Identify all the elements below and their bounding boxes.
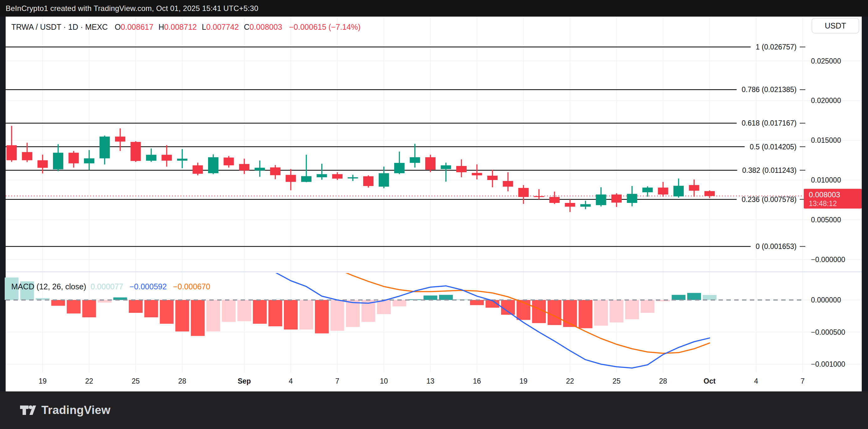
fib-label: 0.618 (0.017167) [742, 119, 797, 127]
candle-body [84, 159, 94, 163]
candle-body [193, 165, 203, 174]
high-value: 0.008712 [164, 23, 197, 31]
time-axis-label: 25 [613, 377, 621, 385]
candle-body [317, 174, 327, 177]
tradingview-logo[interactable]: TradingView [20, 404, 111, 417]
time-axis-label: 7 [801, 377, 805, 385]
time-axis-label: 25 [132, 377, 140, 385]
candle-body [177, 159, 187, 161]
macd-hist-bar [129, 300, 143, 313]
currency-unit-button[interactable]: USDT [812, 18, 859, 34]
candle-body [69, 153, 79, 163]
macd-line [11, 146, 710, 368]
candle-body [146, 155, 156, 161]
candle-body [580, 204, 591, 207]
fib-label: 0 (0.001653) [756, 242, 797, 251]
candle-body [239, 164, 249, 171]
last-price-value: 0.008003 [809, 190, 840, 199]
candle-body [705, 191, 715, 196]
macd-legend[interactable]: MACD (12, 26, close) 0.000077 −0.000592 … [11, 282, 210, 291]
macd-hist-bar [331, 300, 344, 331]
fib-label: 0.236 (0.007578) [742, 195, 797, 203]
candle-body [673, 186, 684, 196]
price-axis-label: 0.005000 [811, 216, 841, 224]
candle-body [689, 185, 700, 191]
macd-title: MACD [11, 282, 34, 291]
low-value: 0.007742 [206, 23, 239, 31]
macd-hist-bar [191, 300, 205, 336]
price-axis-label: 0.015000 [811, 136, 841, 144]
macd-hist-bar [501, 300, 515, 315]
macd-hist-bar [439, 295, 453, 300]
symbol-legend[interactable]: TRWA / USDT · 1D · MEXC O0.008617 H0.008… [11, 23, 360, 32]
watermark-bar: BeInCrypto1 created with TradingView.com… [0, 0, 868, 16]
candle-body [115, 136, 125, 141]
macd-hist-bar [470, 300, 484, 305]
candle-body [379, 173, 389, 187]
candle-body [456, 166, 467, 172]
macd-hist-bar [176, 300, 189, 331]
macd-hist-bar [393, 300, 406, 306]
candle-body [270, 168, 280, 175]
macd-hist-bar [579, 300, 593, 328]
candle-body [627, 194, 638, 203]
macd-hist-bar [641, 300, 655, 313]
macd-axis-label: −0.000500 [811, 328, 845, 336]
tradingview-logo-icon [20, 405, 36, 416]
macd-signal-value: −0.000670 [173, 282, 210, 291]
price-axis-label: −0.000000 [811, 256, 845, 264]
candle-body [534, 196, 544, 197]
macd-params: (12, 26, close) [37, 282, 86, 291]
close-value: 0.008003 [249, 23, 282, 31]
macd-hist-bar [548, 300, 561, 325]
macd-hist-bar [346, 300, 360, 327]
time-axis-label: Oct [704, 377, 716, 385]
time-axis[interactable]: 19222528Sep4710131619222528Oct47 [38, 377, 805, 385]
macd-hist-bar [269, 300, 282, 326]
macd-hist-bar [284, 300, 298, 329]
symbol-title: TRWA / USDT · 1D · MEXC [11, 23, 108, 32]
candle-body [549, 197, 560, 203]
price-axis-label: 0.025000 [811, 57, 841, 65]
macd-hist-bar [610, 300, 624, 323]
price-axis-label: 0.010000 [811, 176, 841, 184]
candle-body [332, 174, 342, 178]
macd-axis-label: 0.000000 [811, 296, 841, 304]
macd-hist-bar [424, 296, 437, 300]
price-axis[interactable]: 0.0250000.0200000.0150000.0100000.005000… [811, 57, 845, 368]
open-value: 0.008617 [121, 23, 153, 31]
candle-body [255, 168, 265, 171]
macd-hist-bar [238, 300, 251, 321]
time-axis-label: 19 [38, 377, 47, 385]
fib-retracement[interactable]: 1 (0.026757)0.786 (0.021385)0.618 (0.017… [6, 43, 805, 251]
last-price-tag: 0.00800313:48:12 [804, 189, 862, 208]
fib-label: 0.5 (0.014205) [749, 143, 797, 151]
time-axis-label: 22 [85, 377, 93, 385]
macd-hist-bar [83, 300, 96, 317]
low-label: L [202, 23, 206, 31]
candle-body [565, 203, 575, 207]
macd-hist-bar [625, 300, 639, 320]
candle-body [7, 145, 17, 160]
candle-body [410, 157, 420, 163]
countdown-timer: 13:48:12 [809, 199, 837, 208]
macd-hist-bar [594, 300, 608, 326]
bottom-brand-bar: TradingView [0, 391, 868, 429]
macd-hist-value: 0.000077 [91, 282, 123, 291]
time-axis-label: 4 [289, 377, 293, 385]
time-axis-label: 28 [178, 377, 186, 385]
candle-body [131, 142, 141, 161]
macd-hist-bar [145, 300, 158, 317]
candle-body [301, 176, 311, 182]
candle-body [642, 188, 653, 192]
tradingview-logo-text: TradingView [41, 404, 111, 417]
candle-body [503, 181, 513, 187]
price-axis-label: 0.020000 [811, 96, 841, 105]
chart-canvas[interactable]: 1 (0.026757)0.786 (0.021385)0.618 (0.017… [0, 0, 868, 429]
macd-hist-bar [672, 295, 686, 300]
time-axis-label: 16 [473, 377, 481, 385]
candle-body [611, 194, 622, 203]
tradingview-chart-page: { "topbar": { "text": "BeInCrypto1 creat… [0, 0, 868, 429]
candle-body [425, 157, 436, 170]
time-axis-label: 7 [335, 377, 339, 385]
